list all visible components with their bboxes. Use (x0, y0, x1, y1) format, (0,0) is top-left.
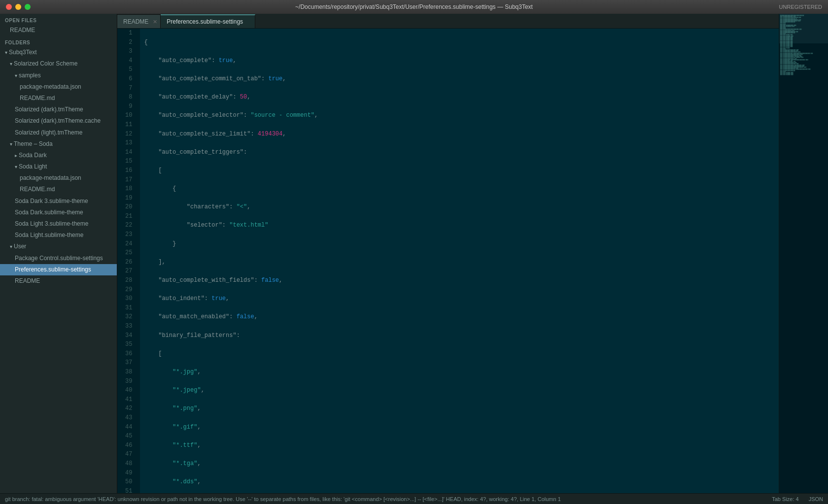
tree-soda-light-folder[interactable]: ▾Soda Light (0, 161, 117, 172)
registration-status: UNREGISTERED (779, 4, 822, 10)
code-editor[interactable]: 1 2 3 4 5 6 7 8 9 10 11 12 13 14 15 16 1 (117, 29, 779, 493)
tab-preferences[interactable]: Preferences.sublime-settings (161, 14, 255, 28)
tab-bar: README ✕ Preferences.sublime-settings (117, 14, 779, 29)
code-line-14: "auto_complete_with_fields": false, (144, 276, 775, 285)
code-line-22: "*.gif", (144, 423, 775, 432)
code-line-13: ], (144, 258, 775, 267)
expand-icon: ▾ (10, 61, 12, 67)
open-files-header: OPEN FILES (0, 14, 117, 25)
code-line-1: { (144, 38, 775, 47)
folders-header: FOLDERS (0, 36, 117, 47)
tree-soda-dark-folder[interactable]: ▸Soda Dark (0, 150, 117, 161)
expand-icon: ▾ (15, 73, 17, 78)
code-line-15: "auto_indent": true, (144, 294, 775, 303)
code-line-25: "*.dds", (144, 477, 775, 487)
expand-icon: ▾ (10, 141, 12, 147)
code-line-8: [ (144, 166, 775, 175)
line-numbers: 1 2 3 4 5 6 7 8 9 10 11 12 13 14 15 16 1 (117, 29, 140, 493)
tab-preferences-label: Preferences.sublime-settings (167, 18, 243, 25)
code-line-18: [ (144, 349, 775, 359)
git-status: git branch: fatal: ambiguous argument 'H… (5, 496, 561, 502)
tree-solarized-dark-tmtheme-cache[interactable]: Solarized (dark).tmTheme.cache (0, 115, 117, 127)
code-line-6: "auto_complete_size_limit": 4194304, (144, 130, 775, 139)
tree-preferences-settings[interactable]: Preferences.sublime-settings (0, 264, 117, 275)
code-content: { "auto_complete": true, "auto_complete_… (140, 29, 779, 493)
tree-solarized-light-tmtheme[interactable]: Solarized (light).tmTheme (0, 127, 117, 138)
syntax[interactable]: JSON (809, 496, 823, 502)
code-line-20: "*.jpeg", (144, 386, 775, 395)
tree-solarized-dark-tmtheme[interactable]: Solarized (dark).tmTheme (0, 104, 117, 115)
minimap[interactable]: ████████████████████████████████████████… (779, 14, 828, 493)
minimap-viewport (779, 14, 828, 43)
title-bar: ~/Documents/repository/privat/Subq3Text/… (0, 0, 828, 14)
code-line-17: "binary_file_patterns": (144, 331, 775, 340)
tree-package-control-settings[interactable]: Package Control.sublime-settings (0, 253, 117, 264)
code-line-21: "*.png", (144, 404, 775, 413)
window-title: ~/Documents/repository/privat/Subq3Text/… (295, 3, 533, 10)
tree-soda-dark-theme[interactable]: Soda Dark.sublime-theme (0, 207, 117, 218)
tree-solarized-color-scheme[interactable]: ▾Solarized Color Scheme (0, 58, 117, 69)
code-line-11: "selector": "text.html" (144, 221, 775, 230)
tree-user-folder[interactable]: ▾User (0, 241, 117, 252)
sidebar: OPEN FILES README FOLDERS ▾Subq3Text ▾So… (0, 14, 117, 493)
tree-soda-dark-3-theme[interactable]: Soda Dark 3.sublime-theme (0, 196, 117, 207)
code-line-10: "characters": "<", (144, 202, 775, 212)
expand-icon: ▾ (15, 164, 17, 169)
editor-area: README ✕ Preferences.sublime-settings 1 … (117, 14, 828, 493)
close-button[interactable] (6, 4, 12, 10)
tab-readme[interactable]: README ✕ (117, 14, 161, 28)
code-line-16: "auto_match_enabled": false, (144, 312, 775, 322)
code-line-7: "auto_complete_triggers": (144, 148, 775, 157)
tree-theme-soda[interactable]: ▾Theme – Soda (0, 138, 117, 150)
code-line-3: "auto_complete_commit_on_tab": true, (144, 74, 775, 84)
tree-subq3text[interactable]: ▾Subq3Text (0, 47, 117, 58)
expand-icon: ▸ (15, 153, 17, 158)
code-line-5: "auto_complete_selector": "source - comm… (144, 111, 775, 120)
window-controls[interactable] (6, 4, 31, 10)
code-line-24: "*.tga", (144, 459, 775, 469)
status-right: Tab Size: 4 JSON (772, 496, 823, 502)
tree-samples[interactable]: ▾samples (0, 70, 117, 81)
tree-readme-3[interactable]: README (0, 275, 117, 287)
tree-package-metadata-json-1[interactable]: package-metadata.json (0, 81, 117, 93)
tree-readme-md-2[interactable]: README.md (0, 184, 117, 195)
code-line-23: "*.ttf", (144, 441, 775, 450)
code-line-9: { (144, 184, 775, 194)
minimize-button[interactable] (15, 4, 21, 10)
tree-readme-md-1[interactable]: README.md (0, 93, 117, 104)
tree-package-metadata-json-2[interactable]: package-metadata.json (0, 172, 117, 184)
tree-soda-light-theme[interactable]: Soda Light.sublime-theme (0, 230, 117, 241)
status-bar: git branch: fatal: ambiguous argument 'H… (0, 493, 828, 504)
tab-readme-close[interactable]: ✕ (153, 18, 157, 25)
expand-icon: ▾ (10, 244, 12, 249)
expand-icon: ▾ (5, 50, 7, 55)
maximize-button[interactable] (25, 4, 31, 10)
code-line-19: "*.jpg", (144, 368, 775, 377)
code-line-12: } (144, 239, 775, 249)
code-line-2: "auto_complete": true, (144, 56, 775, 66)
code-line-4: "auto_complete_delay": 50, (144, 93, 775, 102)
tree-soda-light-3-theme[interactable]: Soda Light 3.sublime-theme (0, 218, 117, 230)
tab-readme-label: README (123, 18, 148, 25)
tab-size[interactable]: Tab Size: 4 (772, 496, 798, 502)
editor-main: README ✕ Preferences.sublime-settings 1 … (117, 14, 779, 493)
open-file-readme[interactable]: README (0, 25, 117, 36)
